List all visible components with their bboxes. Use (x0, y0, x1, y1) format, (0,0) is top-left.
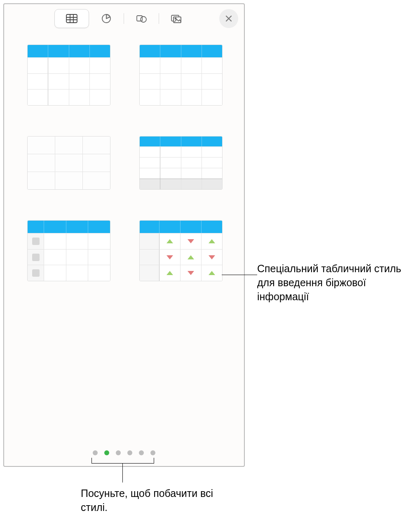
callout-swipe-hint: Посуньте, щоб побачити всі стилі. (81, 487, 229, 515)
page-dot[interactable] (139, 450, 144, 455)
svg-rect-8 (137, 16, 142, 21)
callout-bracket-stem (122, 464, 123, 483)
table-style-blue-header-leadcol[interactable] (27, 45, 110, 106)
triangle-down-icon (188, 271, 194, 275)
callout-leader-line (222, 275, 257, 275)
page-dot[interactable] (150, 450, 155, 455)
panel-toolbar (4, 4, 244, 31)
shape-tab[interactable] (124, 9, 159, 28)
svg-point-9 (141, 16, 146, 22)
table-style-blue-header-plain[interactable] (139, 45, 223, 106)
table-style-checklist[interactable] (27, 220, 110, 281)
pie-chart-icon (100, 13, 113, 24)
callout-bracket (91, 458, 154, 464)
checkbox-icon (32, 238, 40, 245)
triangle-up-icon (209, 239, 215, 243)
chart-tab[interactable] (89, 9, 124, 28)
page-dot-active[interactable] (104, 450, 109, 455)
triangle-up-icon (166, 271, 173, 275)
media-tab[interactable] (159, 9, 194, 28)
image-icon (170, 13, 183, 24)
table-style-no-header[interactable] (27, 136, 110, 190)
page-dot[interactable] (93, 450, 98, 455)
triangle-down-icon (209, 255, 215, 259)
page-dot[interactable] (127, 450, 132, 455)
table-styles-grid (4, 31, 244, 281)
callout-stock-style: Спеціальний табличний стиль для введення… (257, 262, 401, 304)
table-style-stock[interactable] (139, 220, 223, 281)
page-indicator[interactable] (4, 450, 244, 455)
svg-point-13 (175, 18, 176, 19)
category-segmented-control (54, 9, 194, 28)
svg-rect-0 (66, 14, 77, 23)
triangle-down-icon (188, 239, 194, 243)
close-icon (225, 14, 233, 23)
triangle-down-icon (166, 255, 173, 259)
insert-panel (3, 3, 245, 467)
table-style-header-footer-leadcol[interactable] (139, 136, 223, 190)
checkbox-icon (32, 269, 40, 277)
triangle-up-icon (188, 255, 194, 259)
shape-icon (135, 13, 148, 24)
table-tab[interactable] (54, 9, 89, 28)
page-dot[interactable] (116, 450, 121, 455)
triangle-up-icon (209, 271, 215, 275)
triangle-up-icon (166, 239, 173, 243)
table-icon (66, 13, 78, 24)
checkbox-icon (32, 254, 40, 261)
close-button[interactable] (219, 9, 238, 28)
